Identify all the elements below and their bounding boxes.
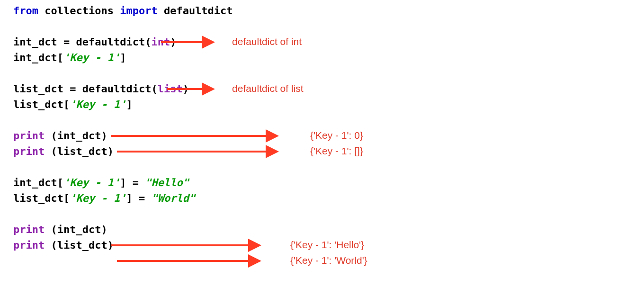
annotation-5: {'Key - 1': 'Hello'} [290,239,364,251]
annotation-6: {'Key - 1': 'World'} [290,255,367,266]
annotation-3: {'Key - 1': 0} [310,130,363,141]
annotation-1: defaultdict of int [232,36,302,47]
annotation-2: defaultdict of list [232,83,304,94]
annotation-4: {'Key - 1': []} [310,145,363,157]
